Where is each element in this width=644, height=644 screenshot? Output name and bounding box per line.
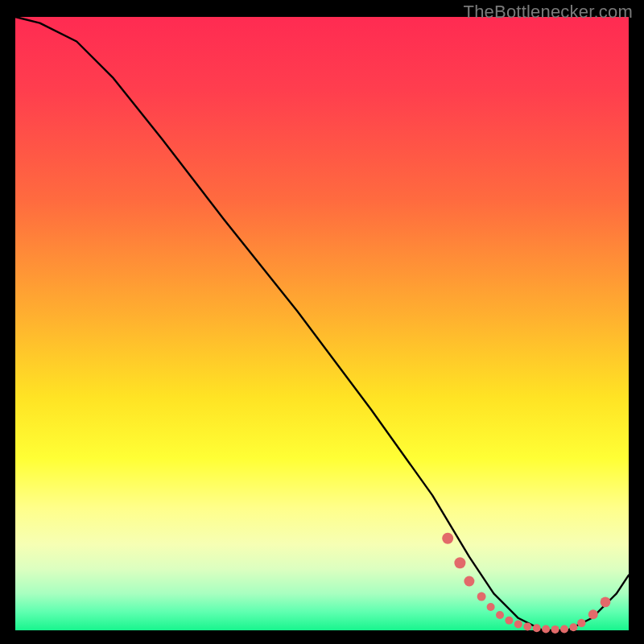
- curve-marker: [551, 625, 559, 634]
- curve-marker: [569, 623, 577, 631]
- watermark-text: TheBottlenecker.com: [464, 2, 633, 23]
- curve-marker: [464, 576, 474, 587]
- curve-marker: [588, 609, 598, 619]
- curve-marker: [560, 625, 568, 634]
- curve-marker: [496, 611, 504, 619]
- bottleneck-curve: [15, 17, 629, 630]
- curve-marker: [442, 533, 453, 544]
- curve-marker: [505, 617, 513, 625]
- curve-marker: [523, 622, 531, 630]
- curve-marker: [477, 592, 486, 601]
- chart-overlay: [15, 17, 629, 630]
- curve-marker: [514, 620, 522, 628]
- curve-marker: [577, 619, 585, 627]
- curve-marker: [542, 625, 550, 634]
- curve-markers: [442, 533, 610, 634]
- chart-stage: TheBottlenecker.com: [0, 0, 644, 644]
- curve-marker: [454, 557, 465, 568]
- curve-marker: [487, 603, 495, 611]
- curve-marker: [601, 597, 611, 608]
- curve-marker: [533, 624, 541, 632]
